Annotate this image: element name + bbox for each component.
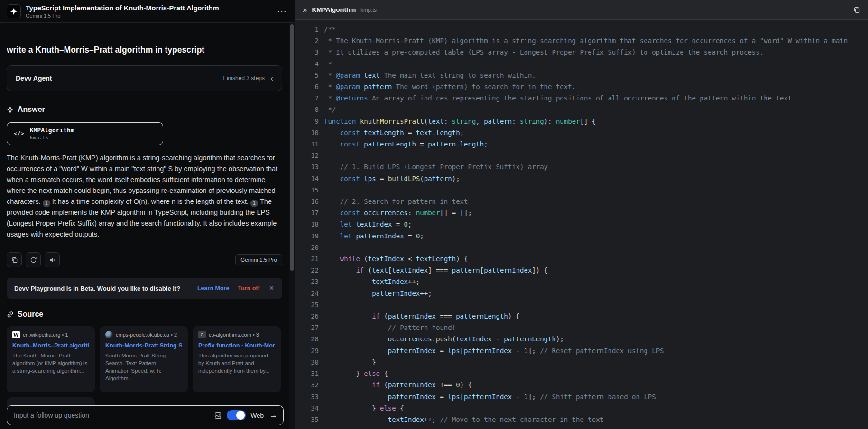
line-number: 31 [295, 368, 319, 379]
copy-icon [853, 6, 860, 14]
source-title[interactable]: Prefix function - Knuth-Morris... [198, 342, 275, 349]
line-number: 16 [295, 196, 319, 207]
agent-card-title: Devv Agent [16, 74, 52, 82]
chevron-left-icon[interactable]: ‹ [270, 74, 273, 82]
beta-banner: Devv Playground is in Beta. Would you li… [7, 278, 282, 299]
line-number: 14 [295, 173, 319, 184]
line-number: 26 [295, 310, 319, 322]
line-number: 33 [295, 391, 319, 402]
model-badge: Gemini 1.5 Pro [235, 254, 282, 265]
editor-header: » KMPAlgorithm kmp.ts [295, 0, 868, 20]
source-cards: W en.wikipedia.org • 1 Knuth–Morris–Prat… [7, 326, 282, 392]
copy-icon [11, 256, 18, 264]
globe-favicon [105, 331, 113, 338]
source-snippet: The Knuth–Morris–Pratt algorithm (or KMP… [12, 352, 89, 374]
line-number: 8 [295, 104, 319, 115]
code-line: 22 if (text[textIndex] === pattern[patte… [295, 265, 868, 276]
source-site: cmps-people.ok.ubc.ca • 2 [116, 332, 177, 338]
code-line: 11 const patternLength = pattern.length; [295, 138, 868, 150]
collapse-panel-icon[interactable]: » [303, 6, 307, 14]
toggle-knob [236, 411, 245, 420]
code-line: 24 patternIndex++; [295, 288, 868, 299]
app: TypeScript Implementation of Knuth-Morri… [0, 0, 868, 429]
editor-file-path: kmp.ts [360, 7, 377, 13]
code-line: 15 [295, 184, 868, 196]
code-line: 8 */ [295, 104, 868, 115]
turn-off-link[interactable]: Turn off [238, 285, 259, 292]
source-site: cp-algorithms.com • 3 [209, 332, 259, 338]
line-number: 13 [295, 161, 319, 173]
image-icon[interactable] [214, 411, 222, 420]
code-line: 6 * @param pattern The word (pattern) to… [295, 81, 868, 92]
line-number: 27 [295, 322, 319, 333]
code-line: 25 [295, 299, 868, 310]
code-line: 29 patternIndex = lps[patternIndex - 1];… [295, 345, 868, 356]
source-card[interactable]: cmps-people.ok.ubc.ca • 2 Knuth-Morris-P… [100, 326, 188, 392]
learn-more-link[interactable]: Learn More [197, 285, 229, 292]
code-line: 28 occurrences.push(textIndex - patternL… [295, 333, 868, 345]
source-card[interactable]: C cp-algorithms.com • 3 Prefix function … [193, 326, 281, 392]
chat-header: TypeScript Implementation of Knuth-Morri… [0, 0, 295, 23]
code-line: 4 * [295, 58, 868, 70]
answer-actions: Gemini 1.5 Pro [7, 252, 282, 267]
answer-paragraph: The Knuth-Morris-Pratt (KMP) algorithm i… [7, 153, 281, 240]
source-snippet: This algorithm was proposed by Knuth and… [198, 352, 275, 374]
code-line: 10 const textLength = text.length; [295, 127, 868, 138]
web-toggle-label: Web [250, 412, 264, 419]
citation-badge[interactable]: 1 [43, 200, 50, 207]
regenerate-button[interactable] [26, 252, 41, 267]
line-number: 20 [295, 242, 319, 253]
chat-panel: TypeScript Implementation of Knuth-Morri… [0, 0, 295, 429]
code-line: 17 const occurrences: number[] = []; [295, 207, 868, 219]
code-lines[interactable]: 1/**2 * The Knuth-Morris-Pratt (KMP) alg… [295, 20, 868, 429]
line-number: 1 [295, 24, 319, 35]
source-card[interactable]: W en.wikipedia.org • 1 Knuth–Morris–Prat… [7, 326, 95, 392]
chat-title: TypeScript Implementation of Knuth-Morri… [26, 4, 219, 12]
code-line: 19 let patternIndex = 0; [295, 230, 868, 242]
chat-scrollbar[interactable] [289, 23, 295, 429]
agent-status: Finished 3 steps [223, 75, 265, 82]
refresh-icon [30, 256, 37, 264]
sparkle-icon [7, 106, 14, 113]
web-toggle[interactable] [227, 410, 246, 420]
line-number: 25 [295, 299, 319, 310]
line-number: 17 [295, 207, 319, 219]
code-line: 13 // 1. Build LPS (Longest Proper Prefi… [295, 161, 868, 173]
answer-segment: It has a time complexity of O(n), where … [52, 198, 249, 205]
line-number: 5 [295, 70, 319, 81]
file-card[interactable]: </> KMPAlgorithm kmp.ts [7, 122, 163, 145]
line-number: 24 [295, 288, 319, 299]
editor-title: KMPAlgorithm [312, 6, 356, 13]
line-number: 19 [295, 230, 319, 242]
beta-banner-text: Devv Playground is in Beta. Would you li… [14, 285, 189, 292]
copy-code-button[interactable] [853, 6, 860, 14]
source-title[interactable]: Knuth-Morris-Pratt String Sear... [105, 342, 182, 349]
read-aloud-button[interactable] [45, 252, 60, 267]
citation-badge[interactable]: 1 [250, 200, 258, 207]
send-button[interactable]: → [268, 411, 277, 420]
code-line: 30 } [295, 356, 868, 368]
code-line: 2 * The Knuth-Morris-Pratt (KMP) algorit… [295, 35, 868, 46]
code-line: 20 [295, 242, 868, 253]
scrollbar-thumb[interactable] [290, 24, 294, 271]
code-line: 7 * @returns An array of indices represe… [295, 92, 868, 104]
more-options-button[interactable]: ⋯ [275, 7, 288, 16]
code-line: 9function knuthMorrisPratt(text: string,… [295, 116, 868, 127]
link-icon [7, 311, 14, 318]
followup-input[interactable] [13, 411, 209, 420]
code-line: 3 * It utilizes a pre-computed table (LP… [295, 46, 868, 58]
code-line: 33 patternIndex = lps[patternIndex - 1];… [295, 391, 868, 402]
cp-algorithms-favicon: C [198, 331, 206, 338]
source-title[interactable]: Knuth–Morris–Pratt algorithm -... [12, 342, 89, 349]
answer-heading: Answer [7, 105, 282, 114]
line-number: 12 [295, 150, 319, 161]
close-icon[interactable]: × [268, 284, 275, 292]
line-number: 2 [295, 35, 319, 46]
app-logo[interactable] [7, 4, 21, 18]
code-line: 26 if (patternIndex === patternLength) { [295, 310, 868, 322]
copy-button[interactable] [7, 252, 22, 267]
agent-card[interactable]: Devv Agent Finished 3 steps ‹ [7, 65, 282, 91]
diamond-star-icon [10, 8, 18, 15]
code-line: 31 } else { [295, 368, 868, 379]
speaker-icon [49, 256, 56, 264]
